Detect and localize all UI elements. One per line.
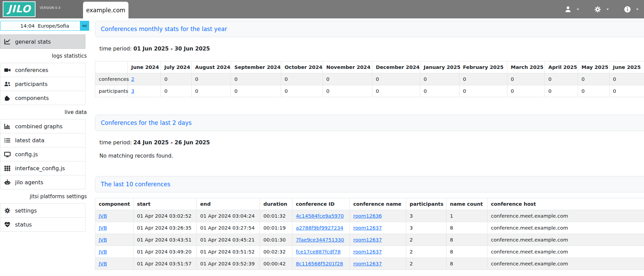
sidebar-item-label: settings [15,207,37,214]
header-menu-user[interactable] [563,4,581,15]
conference-name-link[interactable]: room12637 [353,237,382,243]
table-cell: 2 [406,246,447,258]
no-records-message: No matching records found. [99,153,644,159]
video-camera-icon [4,67,11,73]
table-cell: 1 [447,210,488,222]
gear-icon [594,6,601,13]
table-cell: JVB [95,210,134,222]
conference-name-link[interactable]: room12637 [353,249,382,255]
table-row: JVB01 Apr 2024 03:43:5101 Apr 2024 03:45… [95,234,644,246]
column-header: September 2024 [231,61,281,73]
table-cell: 01 Apr 2024 03:45:21 [197,234,260,246]
sidebar-collapse-button[interactable]: << [80,21,89,30]
conference-id-link[interactable]: a2788f9bf9927234 [296,225,343,231]
column-header: conference ID [292,198,350,210]
caret-down-icon [576,8,580,11]
table-row: conferences2000000000000 [95,73,644,85]
component-link[interactable]: JVB [99,213,107,219]
monthly-count-link[interactable]: 3 [131,88,134,94]
sidebar-group-jitsi-platforms-settings: jitsi platforms settings [0,189,90,204]
table-cell: 0 [578,73,609,85]
component-link[interactable]: JVB [99,237,107,243]
header-menu-gear[interactable] [593,4,611,15]
table-row: JVB01 Apr 2024 03:51:5701 Apr 2024 03:52… [95,258,644,270]
table-cell: 8 [447,246,488,258]
monthly-count-link[interactable]: 2 [131,76,134,82]
table-row: participants3000000000000 [95,85,644,97]
table-cell: 0 [507,73,545,85]
section-title-monthly-stats: Conferences monthly stats for the last y… [101,26,227,32]
row-label: participants [95,85,128,97]
clock-bar: 14:04 Europe/Sofia << [0,21,89,31]
sidebar-item-settings[interactable]: settings [0,203,85,218]
table-cell: JVB [95,246,134,258]
conference-id-link[interactable]: 8c116568f5201f28 [296,261,343,266]
clock-time: 14:04 [20,23,35,29]
sidebar-item-label: participants [15,81,47,87]
sidebar-item-components[interactable]: components [0,91,85,105]
last-2-days-time-period: time period: 24 Jun 2025 - 26 Jun 2025 [99,140,644,146]
column-header: end [197,198,260,210]
table-row: JVB01 Apr 2024 03:02:5201 Apr 2024 03:04… [95,210,644,222]
chart-line-icon [4,39,11,45]
table-cell: 0 [161,73,192,85]
table-cell: 8c116568f5201f28 [292,258,350,270]
sidebar-item-jilo-agents[interactable]: jilo agents [0,175,85,189]
sidebar-item-participants[interactable]: participants [0,77,85,91]
table-cell: 0 [545,85,578,97]
column-header: December 2024 [372,61,420,73]
section-card-last-2-days: Conferences for the last 2 days [95,115,644,131]
sidebar-item-label: jilo agents [15,179,43,186]
header-menu-info[interactable] [622,4,641,15]
table-cell: room12637 [350,246,406,258]
table-cell: 2 [128,73,161,85]
table-cell: 3 [406,222,447,234]
table-cell: 0 [192,73,231,85]
table-cell: conference.meet.example.com [488,258,644,270]
table-cell: 01 Apr 2024 03:27:54 [197,222,260,234]
table-cell: JVB [95,222,134,234]
conference-name-link[interactable]: room12637 [353,261,382,266]
time-period-label: time period: [99,140,132,146]
table-cell: 00:02:32 [260,246,292,258]
section-title-last-10-conferences: The last 10 conferences [101,181,170,188]
sidebar-item-latest-data[interactable]: latest data [0,133,85,147]
table-cell: 00:01:30 [260,234,292,246]
table-header-row: componentstartenddurationconference IDco… [95,198,644,210]
sidebar-item-config-js[interactable]: config.js [0,147,85,161]
sidebar-item-general-stats[interactable]: general stats [0,34,85,49]
column-header: October 2024 [281,61,323,73]
table-cell: JVB [95,258,134,270]
table-cell: 00:00:42 [260,258,292,270]
tab-platform[interactable]: example.com [83,2,128,18]
sidebar-item-status[interactable]: status [0,217,85,232]
sidebar-item-label: status [15,221,32,228]
table-cell: 01 Apr 2024 03:43:51 [134,234,197,246]
component-link[interactable]: JVB [99,249,107,255]
sidebar-item-label: components [15,95,49,101]
conference-name-link[interactable]: room12636 [353,213,382,219]
table-cell: room12637 [350,234,406,246]
table-cell: conference.meet.example.com [488,246,644,258]
table-cell: 2 [406,234,447,246]
conference-id-link[interactable]: fce17ce887fcdf78 [296,249,341,255]
conference-name-link[interactable]: room12637 [353,225,382,231]
table-cell: JVB [95,234,134,246]
component-link[interactable]: JVB [99,225,107,231]
app-logo-text: JILO [8,3,31,15]
table-cell: 01 Apr 2024 03:26:35 [134,222,197,234]
table-cell: 0 [420,85,460,97]
conference-id-link[interactable]: 7fae9ce344751330 [296,237,344,243]
last-10-conferences-table: componentstartenddurationconference IDco… [95,198,644,270]
sidebar-item-interface-config-js[interactable]: interface_config.js [0,161,85,175]
sidebar-item-conferences[interactable]: conferences [0,63,85,77]
sidebar-item-combined-graphs[interactable]: combined graphs [0,119,85,133]
component-link[interactable]: JVB [99,261,107,266]
conference-id-link[interactable]: 4c14584fce9a5970 [296,213,344,219]
table-cell: 01 Apr 2024 03:51:57 [134,258,197,270]
sidebar-item-label: combined graphs [15,123,63,130]
app-logo: JILO [3,1,36,17]
brand-strip: JILO VERSION 0.4 [0,0,83,18]
caret-down-icon [606,8,609,11]
table-cell: room12637 [350,258,406,270]
